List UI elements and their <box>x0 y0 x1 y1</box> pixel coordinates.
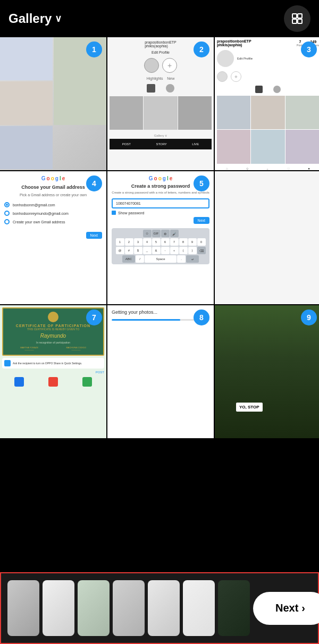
cell2-tag-icon <box>166 84 174 93</box>
cell3-grid-item-2 <box>251 96 284 129</box>
thumb-item-5[interactable] <box>148 580 180 636</box>
cell2-username-label: prapositionbonETPphikis(aophia) <box>145 40 177 48</box>
cell3-nav-search: ⚲ <box>246 167 248 170</box>
key-settings[interactable]: ⚙ <box>161 230 170 237</box>
key-hash[interactable]: # <box>125 247 133 254</box>
key-at[interactable]: @ <box>116 247 124 254</box>
google5-l: l <box>167 175 169 181</box>
grid-cell-2[interactable]: prapositionbonETPphikis(aophia) Edit Pro… <box>107 37 214 170</box>
cell5-checkbox[interactable] <box>112 211 116 215</box>
mini-screenshot <box>0 126 53 169</box>
cell2-editprofile: Edit Profile <box>152 51 170 54</box>
cell3-highlight-thumb <box>217 71 228 82</box>
key-slash[interactable]: / <box>136 255 144 263</box>
google5-e: e <box>170 175 173 181</box>
key-space[interactable]: Space <box>145 255 177 263</box>
app-header: Gallery ∨ <box>0 0 319 37</box>
key-mic[interactable]: 🎤 <box>170 230 179 237</box>
cell4-option-3[interactable]: Create your own Gmail address <box>4 219 102 224</box>
grid-cell-1[interactable]: 1 <box>0 37 106 170</box>
cell4-next-button[interactable]: Next <box>86 232 102 239</box>
key-amp[interactable]: & <box>152 247 161 254</box>
header-title-group[interactable]: Gallery ∨ <box>9 11 62 26</box>
key-backspace[interactable]: ⌫ <box>197 247 206 254</box>
cell5-password-value: 106074070081 <box>116 202 141 205</box>
cell4-email-2: bonhodsonreymundo@gmail.com <box>13 212 69 215</box>
next-chevron-icon: › <box>301 602 305 614</box>
next-button[interactable]: Next › <box>253 592 319 625</box>
cert-sig-1: MARTHA YOKAZE────── <box>20 346 38 352</box>
google-o2: o <box>51 175 54 181</box>
cell5-show-password[interactable]: Show password <box>112 211 209 215</box>
cert-title: CERTIFICATE OF PARTICIPATION <box>6 324 100 328</box>
cell3-grid-icon <box>255 86 263 93</box>
cert-share-text: Ask the recipient to turn on OPPO Share … <box>13 362 82 365</box>
cell-number-9: 9 <box>301 310 317 325</box>
grid-cell-4[interactable]: G o o g l e Choose your Gmail address Pi… <box>0 171 106 304</box>
key-dollar[interactable]: $ <box>134 247 142 254</box>
key-dot[interactable]: . <box>177 255 186 263</box>
gallery-title: Gallery <box>9 11 52 26</box>
thumb-item-4[interactable] <box>113 580 145 636</box>
cell5-password-input[interactable]: 106074070081 <box>112 198 209 208</box>
cell3-nav-home: ⌂ <box>226 167 228 170</box>
key-enter[interactable]: ↵ <box>186 255 199 263</box>
cell4-option-1[interactable]: bonhodsonm@gmail.com <box>4 202 102 207</box>
cell4-radio-3[interactable] <box>4 219 10 224</box>
cell4-radio-2[interactable] <box>4 211 10 216</box>
cell5-show-label: Show password <box>118 211 144 215</box>
key-4[interactable]: 4 <box>143 238 152 246</box>
cert-share-row: Ask the recipient to turn on OPPO Share … <box>2 358 104 369</box>
next-label: Next <box>275 602 298 614</box>
grid-cell-5[interactable]: G o o g l e Create a strong password Cre… <box>107 171 214 304</box>
google5-g: G <box>149 175 153 181</box>
cell2-gallery-label: Gallery ∨ <box>154 133 167 137</box>
thumb-item-2[interactable] <box>43 580 74 636</box>
grid-cell-8[interactable]: Getting your photos... 8 <box>107 305 214 438</box>
svg-rect-3 <box>298 19 302 23</box>
thumb-item-1[interactable] <box>7 580 39 636</box>
key-lparen[interactable]: ( <box>179 247 188 254</box>
cell4-option-2[interactable]: bonhodsonreymundo@gmail.com <box>4 211 102 216</box>
key-0[interactable]: 0 <box>197 238 206 246</box>
key-7[interactable]: 7 <box>170 238 179 246</box>
key-emoji[interactable]: ☺ <box>143 230 152 237</box>
key-minus[interactable]: - <box>161 247 170 254</box>
cert-seal <box>48 312 58 322</box>
cert-name: Raymundo <box>6 333 100 339</box>
cell4-radio-1[interactable] <box>4 202 10 207</box>
key-underscore[interactable]: _ <box>143 247 152 254</box>
key-rparen[interactable]: ) <box>188 247 197 254</box>
thumb-item-3[interactable] <box>78 580 110 636</box>
key-8[interactable]: 8 <box>179 238 188 246</box>
thumbnail-strip: Next › <box>0 572 319 644</box>
key-6[interactable]: 6 <box>161 238 170 246</box>
grid-cell-9[interactable]: YO, STOP 9 <box>215 305 319 438</box>
cell3-nav-add: ＋ <box>266 167 269 170</box>
key-abc[interactable]: ABC <box>122 255 135 263</box>
cell5-subtitle: Create a strong password with a mix of l… <box>112 191 209 194</box>
key-1[interactable]: 1 <box>116 238 124 246</box>
key-gif[interactable]: GIF <box>152 230 161 237</box>
grid-cell-6[interactable] <box>215 171 319 304</box>
thumb-item-6[interactable] <box>183 580 215 636</box>
key-5[interactable]: 5 <box>152 238 161 246</box>
cell5-next-button[interactable]: Next <box>194 217 209 224</box>
cell2-highlight-avatar <box>144 58 159 73</box>
cell2-grid-icon <box>147 84 155 93</box>
thumb-item-7[interactable] <box>218 580 250 636</box>
google-o1: o <box>47 175 50 181</box>
cert-post-label[interactable]: POST <box>2 371 104 374</box>
key-9[interactable]: 9 <box>188 238 197 246</box>
grid-cell-3[interactable]: prapositionbonETPphikis(aophia) 7 Posts … <box>215 37 319 170</box>
cell3-bio: Edit Profile <box>237 57 253 60</box>
dropdown-icon[interactable]: ∨ <box>55 13 62 24</box>
key-3[interactable]: 3 <box>134 238 142 246</box>
cell3-grid-item-6 <box>286 130 319 163</box>
cell-number-5: 5 <box>194 175 209 191</box>
layers-button[interactable] <box>284 5 310 32</box>
key-2[interactable]: 2 <box>125 238 133 246</box>
google5-o1: o <box>154 175 157 181</box>
key-plus[interactable]: + <box>170 247 179 254</box>
grid-cell-7[interactable]: CERTIFICATE OF PARTICIPATION THIS CERTIF… <box>0 305 106 438</box>
